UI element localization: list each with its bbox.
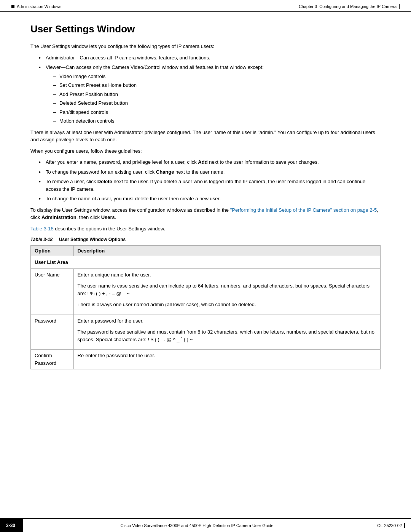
page-container: Administration Windows Chapter 3 Configu… (0, 0, 411, 532)
table-caption-title: User Settings Window Options (54, 237, 126, 242)
list-item: Viewer—Can access only the Camera Video/… (46, 64, 381, 125)
desc-text: Re-enter the password for the user. (78, 352, 376, 359)
list-item: Administrator—Can access all IP camera w… (46, 54, 381, 62)
table-caption: Table 3-18 User Settings Window Options (30, 236, 381, 243)
header-right: Chapter 3 Configuring and Managing the I… (299, 4, 400, 9)
footer-center-text: Cisco Video Surveillance 4300E and 4500E… (23, 519, 371, 532)
table-reference-paragraph: Table 3-18 describes the options in the … (30, 225, 381, 233)
desc-text: The password is case sensitive and must … (78, 328, 376, 343)
guidelines-list: After you enter a name, password, and pr… (46, 158, 381, 203)
list-item: Add Preset Position button (53, 91, 381, 98)
header-chapter: Chapter 3 (299, 4, 317, 9)
table-row: User List Area (31, 256, 381, 269)
table-header-description: Description (73, 246, 380, 256)
list-item: To remove a user, click Delete next to t… (46, 178, 381, 193)
table-header-option: Option (31, 246, 74, 256)
header-section-label: Administration Windows (17, 4, 61, 9)
header-square-icon (11, 5, 14, 8)
user-types-list: Administrator—Can access all IP camera w… (46, 54, 381, 125)
guideline-text: To remove a user, click Delete next to t… (46, 179, 365, 192)
guideline-text: To change the name of a user, you must d… (46, 196, 221, 201)
list-item-text: Administrator—Can access all IP camera w… (46, 55, 210, 61)
guidelines-intro: When you configure users, follow these g… (30, 147, 381, 155)
table-ref-suffix: describes the options in the User Settin… (54, 226, 165, 232)
list-item: To change the password for an existing u… (46, 168, 381, 176)
table-ref-link[interactable]: Table 3-18 (30, 226, 54, 232)
table-caption-number: Table 3-18 (30, 237, 53, 242)
list-item: Pan/tilt speed controls (53, 109, 381, 116)
description-cell: Re-enter the password for the user. (73, 350, 380, 369)
desc-text: Enter a unique name for the user. (78, 271, 376, 279)
performing-link[interactable]: "Performing the Initial Setup of the IP … (230, 207, 377, 213)
footer-bar-icon (404, 523, 405, 528)
list-item: Set Current Preset as Home button (53, 81, 381, 89)
list-item: To change the name of a user, you must d… (46, 195, 381, 203)
option-cell: Confirm Password (31, 350, 74, 369)
guideline-text: After you enter a name, password, and pr… (46, 159, 319, 165)
option-cell: User Name (31, 268, 74, 315)
table-row: User Name Enter a unique name for the us… (31, 268, 381, 315)
intro-paragraph: The User Settings window lets you config… (30, 43, 381, 50)
list-item-text: Viewer—Can access only the Camera Video/… (46, 64, 264, 70)
footer-page-number: 3-30 (0, 519, 23, 532)
option-cell: Password (31, 315, 74, 350)
header-left: Administration Windows (11, 4, 61, 9)
list-item: Motion detection controls (53, 117, 381, 125)
description-cell: Enter a unique name for the user. The us… (73, 268, 380, 315)
guideline-text: To change the password for an existing u… (46, 169, 225, 175)
footer-doc-number: OL-25230-02 (377, 523, 402, 528)
header-bar-icon (399, 4, 400, 9)
desc-text: Enter a password for the user. (78, 317, 376, 325)
options-table: Option Description User List Area User N… (30, 245, 381, 369)
content-area: User Settings Window The User Settings w… (0, 12, 411, 400)
table-row: Confirm Password Re-enter the password f… (31, 350, 381, 369)
page-title: User Settings Window (30, 23, 381, 35)
desc-text: The user name is case sensitive and can … (78, 282, 376, 297)
list-item: Deleted Selected Preset button (53, 99, 381, 107)
page-header: Administration Windows Chapter 3 Configu… (0, 0, 411, 12)
description-cell: Enter a password for the user. The passw… (73, 315, 380, 350)
page-footer: 3-30 Cisco Video Surveillance 4300E and … (0, 518, 411, 532)
table-row: Password Enter a password for the user. … (31, 315, 381, 350)
display-text-before: To display the User Settings window, acc… (30, 207, 230, 213)
footer-right: OL-25230-02 (371, 519, 411, 532)
list-item: After you enter a name, password, and pr… (46, 158, 381, 166)
header-section: Configuring and Managing the IP Camera (319, 4, 397, 9)
desc-text: There is always one user named admin (al… (78, 301, 376, 308)
section-header-cell: User List Area (31, 256, 381, 269)
viewer-sublist: Video image controls Set Current Preset … (53, 73, 381, 125)
display-paragraph: To display the User Settings window, acc… (30, 206, 381, 221)
admin-paragraph: There is always at least one user with A… (30, 129, 381, 144)
list-item: Video image controls (53, 73, 381, 80)
